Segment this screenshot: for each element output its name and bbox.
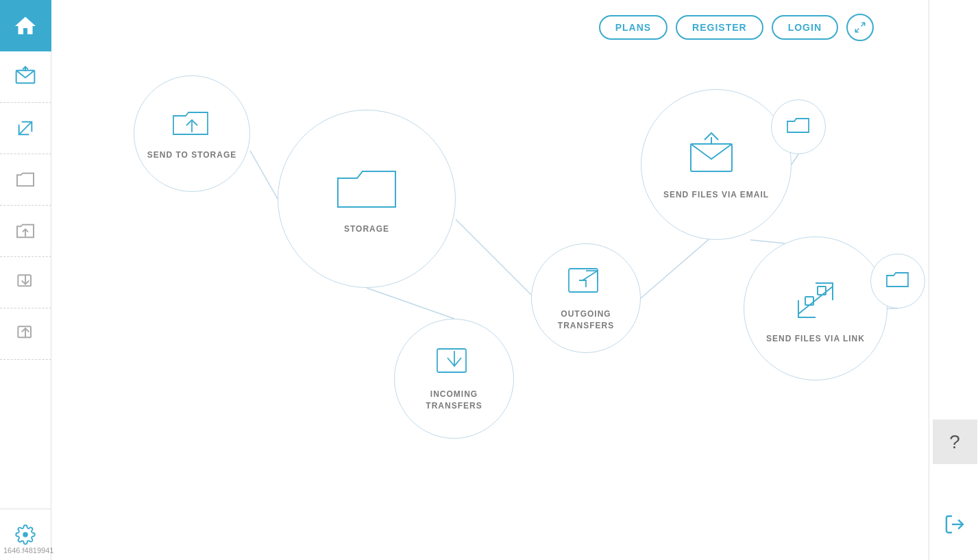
sidebar-item-upload[interactable] bbox=[0, 206, 51, 257]
svg-line-10 bbox=[250, 151, 278, 199]
storage-folder-icon bbox=[14, 169, 36, 191]
node-send-via-link[interactable]: SEND FILES VIA LINK bbox=[744, 236, 887, 380]
svg-line-11 bbox=[367, 288, 454, 319]
sidebar-home-button[interactable] bbox=[0, 0, 51, 51]
svg-rect-18 bbox=[437, 349, 466, 372]
folder-small-link-icon bbox=[885, 271, 910, 291]
expand-button[interactable] bbox=[846, 14, 874, 41]
incoming-transfers-label: INCOMINGTRANSFERS bbox=[426, 389, 482, 412]
svg-line-23 bbox=[583, 271, 598, 280]
svg-line-14 bbox=[792, 154, 798, 165]
svg-line-13 bbox=[641, 233, 716, 298]
sidebar-item-storage[interactable] bbox=[0, 154, 51, 206]
svg-line-9 bbox=[855, 29, 859, 32]
header-buttons: PLANS REGISTER LOGIN bbox=[599, 14, 874, 41]
node-send-via-email[interactable]: SEND FILES VIA EMAIL bbox=[641, 89, 792, 240]
outgoing-transfers-icon bbox=[565, 265, 607, 303]
svg-line-2 bbox=[19, 122, 32, 135]
node-folder-small-email[interactable] bbox=[771, 99, 826, 154]
node-folder-small-link[interactable] bbox=[870, 254, 925, 308]
home-icon bbox=[13, 14, 38, 38]
sidebar-item-transfer-link[interactable] bbox=[0, 103, 51, 154]
transfer-link-icon bbox=[14, 117, 36, 139]
incoming-icon bbox=[14, 271, 36, 293]
svg-line-12 bbox=[456, 219, 531, 295]
node-send-to-storage[interactable]: SEND TO STORAGE bbox=[134, 75, 250, 192]
incoming-transfers-icon bbox=[434, 345, 475, 383]
plans-button[interactable]: PLANS bbox=[599, 15, 667, 40]
send-email-icon bbox=[14, 66, 36, 88]
sidebar-item-outgoing[interactable] bbox=[0, 308, 51, 360]
storage-label: STORAGE bbox=[344, 223, 389, 235]
gear-icon bbox=[15, 524, 36, 545]
send-via-email-label: SEND FILES VIA EMAIL bbox=[663, 189, 769, 201]
sidebar: 1646.f4819941 bbox=[0, 0, 51, 560]
svg-line-15 bbox=[750, 240, 785, 243]
version-text: 1646.f4819941 bbox=[3, 546, 53, 555]
send-via-email-icon bbox=[685, 129, 747, 184]
svg-line-8 bbox=[861, 23, 865, 26]
logout-icon bbox=[944, 513, 966, 535]
help-button[interactable]: ? bbox=[933, 419, 977, 464]
logout-button[interactable] bbox=[933, 502, 977, 546]
folder-small-email-icon bbox=[786, 117, 811, 136]
sidebar-item-incoming[interactable] bbox=[0, 257, 51, 308]
svg-rect-27 bbox=[805, 297, 813, 305]
upload-icon bbox=[14, 220, 36, 242]
register-button[interactable]: REGISTER bbox=[676, 15, 763, 40]
main-canvas: PLANS REGISTER LOGIN bbox=[51, 0, 929, 560]
expand-icon bbox=[854, 21, 866, 34]
node-storage[interactable]: STORAGE bbox=[278, 110, 456, 288]
login-button[interactable]: LOGIN bbox=[772, 15, 838, 40]
storage-icon bbox=[332, 163, 401, 218]
sidebar-item-send-email[interactable] bbox=[0, 51, 51, 103]
send-to-storage-label: SEND TO STORAGE bbox=[147, 149, 237, 161]
send-to-storage-icon bbox=[170, 106, 215, 144]
node-outgoing-transfers[interactable]: OUTGOINGTRANSFERS bbox=[531, 243, 641, 353]
right-panel: ? bbox=[929, 0, 980, 560]
node-incoming-transfers[interactable]: INCOMINGTRANSFERS bbox=[394, 319, 514, 439]
outgoing-icon bbox=[14, 323, 36, 345]
send-via-link-label: SEND FILES VIA LINK bbox=[766, 333, 865, 345]
outgoing-transfers-label: OUTGOINGTRANSFERS bbox=[558, 308, 614, 332]
send-via-link-icon bbox=[785, 273, 846, 328]
svg-line-26 bbox=[798, 287, 833, 314]
